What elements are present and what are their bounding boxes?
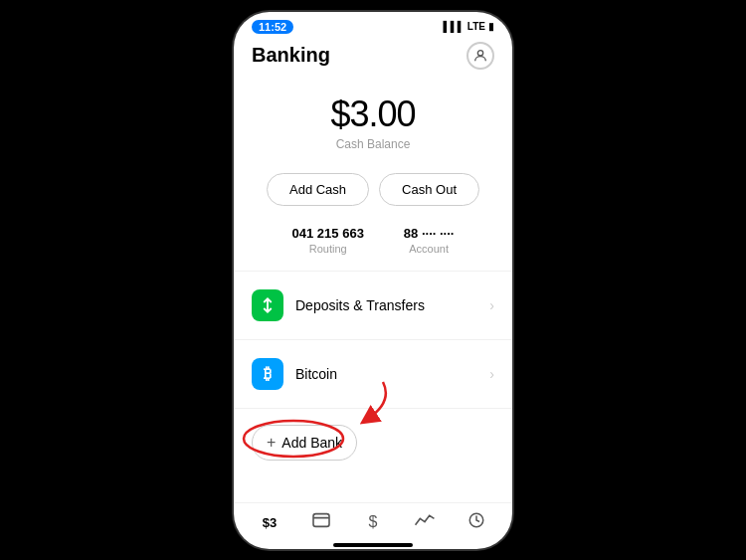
nav-investing[interactable]	[407, 512, 443, 534]
balance-label: Cash Balance	[234, 137, 512, 151]
routing-detail: 041 215 663 Routing	[292, 226, 364, 255]
history-nav-icon	[467, 511, 485, 534]
plus-icon: +	[267, 434, 276, 452]
bitcoin-chevron: ›	[489, 366, 494, 382]
investing-nav-icon	[414, 512, 436, 533]
account-label: Account	[404, 243, 455, 255]
action-buttons: Add Cash Cash Out	[234, 163, 512, 216]
nav-activity[interactable]	[303, 512, 339, 534]
phone-frame: 11:52 ▌▌▌ LTE ▮ Banking $3.00 Cash Balan…	[234, 12, 512, 549]
add-bank-container: + Add Bank	[234, 421, 512, 465]
nav-cash[interactable]: $	[355, 513, 391, 532]
nav-history[interactable]	[459, 511, 494, 535]
main-content: $3.00 Cash Balance Add Cash Cash Out 041…	[234, 78, 512, 502]
deposits-transfers-item[interactable]: Deposits & Transfers ›	[234, 278, 512, 333]
divider-1	[234, 271, 512, 272]
add-cash-button[interactable]: Add Cash	[267, 173, 369, 206]
balance-nav-icon: $3	[263, 515, 277, 530]
home-indicator	[333, 543, 413, 547]
activity-nav-icon	[311, 512, 331, 533]
balance-section: $3.00 Cash Balance	[234, 78, 512, 163]
page-title: Banking	[252, 44, 330, 67]
profile-icon[interactable]	[466, 42, 494, 70]
account-number: 88 ···· ····	[404, 226, 455, 241]
status-bar: 11:52 ▌▌▌ LTE ▮	[234, 12, 512, 38]
divider-3	[234, 408, 512, 409]
add-bank-label: Add Bank	[281, 435, 342, 451]
divider-2	[234, 339, 512, 340]
status-time: 11:52	[252, 20, 293, 34]
deposits-chevron: ›	[489, 297, 494, 313]
cash-out-button[interactable]: Cash Out	[379, 173, 479, 206]
add-bank-button[interactable]: + Add Bank	[252, 425, 357, 461]
routing-label: Routing	[292, 243, 364, 255]
status-icons: ▌▌▌ LTE ▮	[444, 21, 494, 32]
bitcoin-icon: ₿	[252, 358, 283, 390]
cash-nav-icon: $	[369, 513, 378, 531]
balance-amount: $3.00	[234, 93, 512, 135]
bottom-nav: $3 $	[234, 502, 512, 539]
svg-point-0	[477, 50, 482, 55]
deposits-icon	[252, 289, 283, 321]
battery-icon: ▮	[488, 21, 494, 32]
account-info: 041 215 663 Routing 88 ···· ···· Account	[234, 216, 512, 265]
routing-number: 041 215 663	[292, 226, 364, 241]
svg-rect-2	[313, 513, 329, 526]
header: Banking	[234, 38, 512, 78]
network-type: LTE	[467, 21, 485, 32]
signal-icon: ▌▌▌	[444, 21, 465, 32]
account-detail: 88 ···· ···· Account	[404, 226, 455, 255]
bitcoin-item[interactable]: ₿ Bitcoin ›	[234, 346, 512, 402]
deposits-label: Deposits & Transfers	[295, 297, 489, 313]
bitcoin-label: Bitcoin	[295, 366, 489, 382]
nav-balance[interactable]: $3	[252, 515, 287, 531]
